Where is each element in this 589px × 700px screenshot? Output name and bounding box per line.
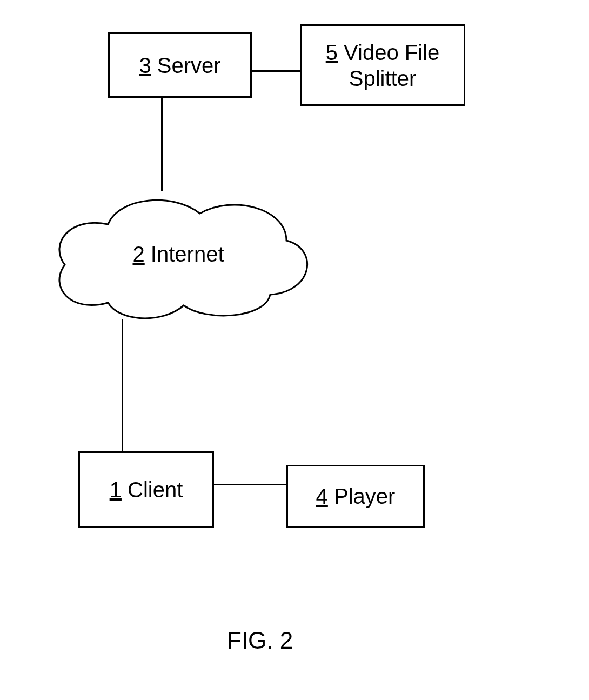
internet-text: Internet — [151, 242, 224, 266]
edge-internet-client — [122, 319, 123, 451]
player-number: 4 — [316, 484, 328, 508]
server-text: Server — [157, 54, 221, 77]
splitter-node: 5 Video File Splitter — [300, 24, 465, 106]
splitter-number: 5 — [326, 41, 338, 64]
player-label: 4 Player — [316, 483, 396, 509]
edge-client-player — [212, 484, 286, 485]
client-number: 1 — [110, 478, 122, 502]
server-number: 3 — [139, 54, 151, 77]
server-label: 3 Server — [139, 52, 220, 78]
internet-label: 2 Internet — [132, 242, 224, 266]
edge-server-splitter — [250, 70, 300, 72]
player-node: 4 Player — [286, 465, 425, 528]
client-text: Client — [128, 478, 183, 502]
edge-server-internet — [161, 96, 163, 191]
internet-number: 2 — [132, 242, 144, 266]
splitter-label: 5 Video File Splitter — [302, 39, 464, 91]
player-text: Player — [334, 484, 395, 508]
client-node: 1 Client — [78, 451, 214, 528]
client-label: 1 Client — [110, 477, 183, 503]
splitter-text: Video File Splitter — [344, 41, 439, 90]
server-node: 3 Server — [108, 32, 252, 98]
internet-node: 2 Internet — [38, 178, 319, 330]
figure-caption: FIG. 2 — [227, 627, 293, 654]
